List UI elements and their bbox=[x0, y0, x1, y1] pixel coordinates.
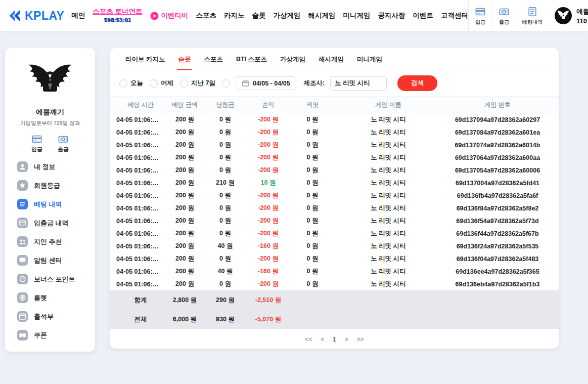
my-info-icon bbox=[17, 161, 28, 172]
nav-item-sports[interactable]: 스포츠 bbox=[196, 12, 217, 20]
bet-amount: 200 원 bbox=[166, 229, 204, 238]
nav-item-mini-games[interactable]: 미니게임 bbox=[343, 12, 371, 20]
bet-time: 04-05 01:06:… bbox=[115, 230, 166, 237]
jackpot-amount: 0 원 bbox=[290, 141, 335, 149]
roulette-icon bbox=[17, 292, 28, 303]
jackpot-amount: 0 원 bbox=[290, 191, 335, 200]
win-amount: 0 원 bbox=[204, 128, 247, 137]
nav-item-notice[interactable]: 공지사항 bbox=[378, 12, 405, 20]
transactions-icon bbox=[17, 218, 28, 228]
coupon-icon bbox=[17, 330, 28, 340]
manufacturer-input[interactable] bbox=[330, 76, 387, 91]
jackpot-amount: 0 원 bbox=[290, 204, 335, 212]
tab-slots[interactable]: 슬롯 bbox=[177, 48, 192, 70]
bet-amount: 200 원 bbox=[166, 128, 204, 137]
kplay-logo-text: KPLAY bbox=[25, 9, 64, 23]
tab-virtual-games[interactable]: 가상게임 bbox=[279, 48, 306, 70]
bet-amount: 200 원 bbox=[166, 204, 204, 212]
nav-item-slots[interactable]: 슬롯 bbox=[252, 12, 266, 20]
radio-last-7-days[interactable]: 지난 7일 bbox=[180, 79, 215, 88]
profit-amount: -200 원 bbox=[247, 128, 290, 137]
nav-item-virtual-games[interactable]: 가상게임 bbox=[274, 12, 301, 20]
sidebar-item-referral[interactable]: 지인 추천 bbox=[5, 232, 95, 251]
summary-profit: -5,070 원 bbox=[247, 315, 290, 324]
date-range-value: 04/05 - 04/05 bbox=[253, 80, 290, 87]
sidebar-menu: 내 정보회원등급베팅 내역입출금 내역지인 추천알림 센터P보너스 포인트룰렛출… bbox=[5, 157, 95, 345]
user-points: 110 bbox=[576, 17, 587, 25]
sidebar-item-transactions[interactable]: 입출금 내역 bbox=[5, 214, 95, 232]
sidebar-item-attendance[interactable]: 출석부 bbox=[5, 307, 95, 326]
notification-center-icon bbox=[17, 255, 28, 266]
tab-bti-sports[interactable]: BTI 스포츠 bbox=[235, 48, 268, 70]
sidebar-item-roulette[interactable]: 룰렛 bbox=[5, 288, 95, 307]
game-name: 노 리밋 시티 bbox=[335, 242, 441, 250]
table-row: 04-05 01:06:…200 원210 원10 원0 원노 리밋 시티69d… bbox=[110, 177, 559, 189]
bet-time: 04-05 01:06:… bbox=[115, 192, 166, 199]
summary-bet: 2,800 원 bbox=[166, 296, 204, 305]
betting-table-body: 04-05 01:06:…200 원0 원-200 원0 원노 리밋 시티69d… bbox=[110, 113, 559, 290]
nav-item-casino[interactable]: 카지노 bbox=[224, 12, 245, 20]
nav-item-event-tv[interactable]: 이벤티비 bbox=[150, 12, 189, 20]
last-page[interactable]: >> bbox=[357, 336, 364, 343]
bet-amount: 200 원 bbox=[166, 254, 204, 263]
profit-amount: -160 원 bbox=[247, 242, 290, 250]
quick-action-deposit[interactable]: 입금 bbox=[468, 0, 492, 31]
jackpot-amount: 0 원 bbox=[290, 267, 335, 276]
table-row: 04-05 01:06:…200 원0 원-200 원0 원노 리밋 시티69d… bbox=[110, 151, 559, 164]
search-button[interactable]: 검색 bbox=[397, 75, 437, 91]
summary-win: 930 원 bbox=[204, 315, 247, 324]
profit-amount: 10 원 bbox=[247, 179, 290, 187]
sidebar-item-my-info[interactable]: 내 정보 bbox=[5, 157, 95, 176]
nav-item-hash-games[interactable]: 해시게임 bbox=[308, 12, 336, 20]
win-amount: 0 원 bbox=[204, 204, 247, 212]
nav-item-sports-tournament[interactable]: 스포츠 토너먼트598:53:01 bbox=[93, 8, 142, 24]
game-number: 69d137084a97d28362a601ea bbox=[441, 129, 554, 136]
user-menu[interactable]: 에뿔깨기 110 bbox=[555, 7, 588, 25]
profit-amount: -200 원 bbox=[247, 229, 290, 238]
summary-row: 전체6,000 원930 원-5,070 원 bbox=[110, 310, 559, 329]
game-name: 노 리밋 시티 bbox=[335, 280, 441, 288]
withdraw-icon bbox=[499, 6, 510, 17]
tab-hash-games[interactable]: 해시게임 bbox=[318, 48, 345, 70]
nav-item-main[interactable]: 메인 bbox=[71, 12, 85, 20]
next-page[interactable]: > bbox=[345, 336, 348, 343]
sidebar-item-coupon[interactable]: 쿠폰 bbox=[5, 326, 95, 345]
game-name: 노 리밋 시티 bbox=[335, 204, 441, 212]
sidebar-item-bonus-points[interactable]: P보너스 포인트 bbox=[5, 270, 95, 288]
table-row: 04-05 01:06:…200 원0 원-200 원0 원노 리밋 시티69d… bbox=[110, 252, 559, 265]
sidebar-item-notification-center[interactable]: 알림 센터 bbox=[5, 251, 95, 270]
page-1[interactable]: 1 bbox=[333, 336, 336, 343]
bet-time: 04-05 01:06:… bbox=[115, 218, 166, 225]
win-amount: 0 원 bbox=[204, 191, 247, 200]
kplay-logo[interactable]: KPLAY bbox=[7, 9, 64, 23]
tab-mini-games[interactable]: 미니게임 bbox=[356, 48, 383, 70]
jackpot-amount: 0 원 bbox=[290, 128, 335, 137]
radio-custom-range[interactable] bbox=[222, 79, 230, 88]
nav-item-support[interactable]: 고객센터 bbox=[441, 12, 468, 20]
tab-live-casino[interactable]: 라이브 카지노 bbox=[124, 48, 166, 70]
sidebar-wallet-actions: 입금출금 bbox=[5, 134, 95, 153]
wallet-deposit[interactable]: 입금 bbox=[31, 134, 42, 153]
quick-action-withdraw[interactable]: 출금 bbox=[492, 0, 516, 31]
radio-yesterday[interactable]: 어제 bbox=[150, 79, 173, 88]
radio-today[interactable]: 오늘 bbox=[119, 79, 143, 88]
profit-amount: -200 원 bbox=[247, 115, 290, 124]
profit-amount: -200 원 bbox=[247, 204, 290, 212]
radio-circle bbox=[119, 79, 127, 88]
table-row: 04-05 01:06:…200 원0 원-200 원0 원노 리밋 시티69d… bbox=[110, 126, 559, 139]
win-amount: 40 원 bbox=[204, 242, 247, 250]
summary-row: 합계2,800 원290 원-2,510 원 bbox=[110, 290, 559, 310]
kplay-logo-icon bbox=[7, 9, 21, 23]
sidebar-item-betting-history[interactable]: 베팅 내역 bbox=[5, 195, 95, 214]
bet-amount: 200 원 bbox=[166, 242, 204, 250]
quick-action-betting-history[interactable]: 베팅내역 bbox=[516, 0, 549, 31]
tab-sports[interactable]: 스포츠 bbox=[203, 48, 224, 70]
bet-amount: 200 원 bbox=[166, 115, 204, 124]
wallet-withdraw[interactable]: 출금 bbox=[58, 134, 69, 153]
prev-page[interactable]: < bbox=[321, 336, 324, 343]
sidebar-item-member-level[interactable]: 회원등급 bbox=[5, 176, 95, 195]
nav-item-events[interactable]: 이벤트 bbox=[413, 12, 434, 20]
bet-amount: 200 원 bbox=[166, 141, 204, 149]
date-range-picker[interactable]: 04/05 - 04/05 bbox=[236, 76, 296, 90]
first-page[interactable]: << bbox=[305, 336, 312, 343]
